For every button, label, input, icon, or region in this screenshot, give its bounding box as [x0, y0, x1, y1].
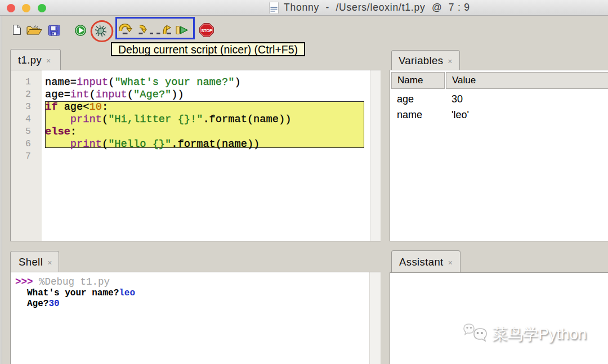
svg-text:STOP: STOP	[201, 28, 213, 33]
